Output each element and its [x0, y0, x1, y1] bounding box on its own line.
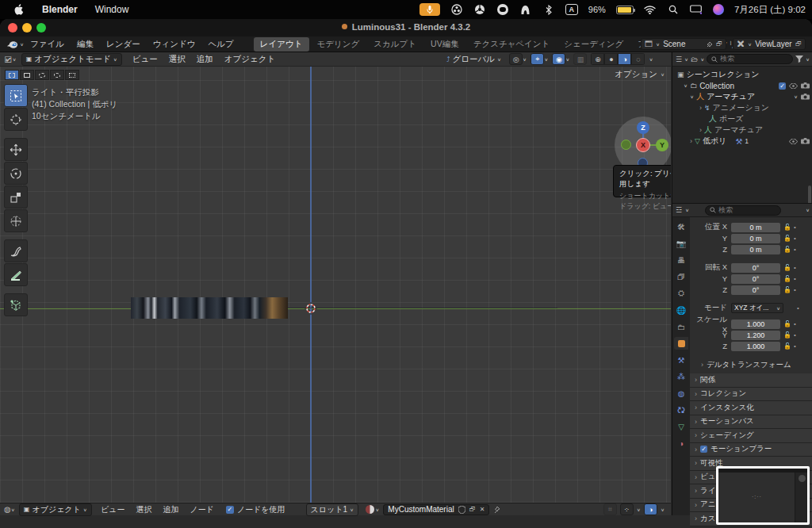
- outliner-item-collection[interactable]: ∨🗀 Collection ✓: [672, 80, 812, 91]
- add-primitive-tool[interactable]: [4, 293, 28, 316]
- tab-world[interactable]: 🌐: [674, 304, 688, 316]
- annotate-tool[interactable]: [4, 239, 28, 262]
- unlink-material-icon[interactable]: ✕: [480, 506, 485, 513]
- camera-icon[interactable]: [801, 94, 810, 100]
- obs-status-icon[interactable]: [450, 3, 463, 16]
- animate-dot[interactable]: •: [794, 224, 796, 231]
- tab-scene[interactable]: ⛭: [674, 287, 688, 300]
- rotation-x-field[interactable]: 0°: [731, 263, 780, 274]
- shader-snap-toggle[interactable]: ⌗: [603, 503, 617, 515]
- shading-solid-button[interactable]: ●: [604, 53, 618, 65]
- select-mode-box[interactable]: [20, 70, 34, 80]
- menu-edit[interactable]: 編集: [71, 39, 100, 50]
- shader-menu-add[interactable]: 追加: [157, 504, 184, 515]
- scale-z-field[interactable]: 1.000: [731, 342, 780, 352]
- workspace-tab-sculpt[interactable]: スカルプト: [367, 37, 423, 52]
- viewport-menu-view[interactable]: ビュー: [127, 54, 163, 65]
- shader-snap-type-icon[interactable]: ⁘: [620, 503, 634, 515]
- tab-tool[interactable]: 🛠: [674, 220, 688, 233]
- unpin-icon[interactable]: [707, 41, 713, 48]
- workspace-tab-texpaint[interactable]: テクスチャペイント: [467, 37, 557, 52]
- shader-overlay-toggle[interactable]: ◑: [644, 503, 657, 515]
- animate-dot[interactable]: •: [794, 286, 796, 293]
- animate-dot[interactable]: •: [794, 275, 796, 282]
- eye-icon[interactable]: [789, 139, 798, 144]
- tab-render[interactable]: 📷: [674, 237, 688, 250]
- new-scene-icon[interactable]: 🗗: [716, 40, 722, 48]
- scale-tool[interactable]: [4, 186, 28, 209]
- shading-rendered-button[interactable]: ◌: [631, 53, 645, 65]
- lowpoly-mesh-object[interactable]: [131, 297, 288, 319]
- move-tool[interactable]: [4, 138, 28, 161]
- cursor-tool[interactable]: [4, 108, 28, 131]
- menubar-clock[interactable]: 7月26日 (土) 9:02: [734, 4, 806, 16]
- new-material-icon[interactable]: 🗗: [469, 506, 476, 513]
- tab-object[interactable]: [674, 337, 688, 350]
- viewport-menu-select[interactable]: 選択: [163, 54, 191, 65]
- transform-orientation-selector[interactable]: ⤴グローバル∨: [442, 53, 505, 66]
- viewport-options-button[interactable]: オプション∨: [615, 69, 665, 80]
- location-y-field[interactable]: 0 m: [731, 234, 780, 244]
- location-x-field[interactable]: 0 m: [731, 223, 780, 233]
- spotlight-search-icon[interactable]: [667, 3, 680, 16]
- lock-icon[interactable]: 🔓: [783, 275, 791, 282]
- gizmo-z-axis[interactable]: Z: [637, 121, 649, 134]
- shading-material-button[interactable]: ◑: [618, 53, 631, 65]
- viewlayer-selector[interactable]: 🗙∨ ViewLayer 🗗: [733, 38, 806, 50]
- outliner-item-animation[interactable]: ›↯ アニメーション: [672, 102, 812, 113]
- lock-icon[interactable]: 🔓: [783, 264, 791, 271]
- shader-menu-node[interactable]: ノード: [184, 504, 219, 515]
- camera-icon[interactable]: [801, 82, 810, 89]
- input-source-indicator[interactable]: A: [565, 4, 578, 15]
- viewport-menu-add[interactable]: 追加: [191, 54, 219, 65]
- animate-dot[interactable]: •: [794, 235, 796, 242]
- lock-icon[interactable]: 🔓: [783, 235, 791, 242]
- screen-share-pip-preview[interactable]: ·:··: [716, 466, 810, 525]
- outliner-item-armature-data[interactable]: ›人 アーマチュア: [672, 124, 812, 136]
- workspace-tab-shading[interactable]: シェーディング: [557, 37, 630, 52]
- shader-editor-type-icon[interactable]: ◍: [4, 505, 11, 514]
- tab-modifiers[interactable]: ⚒: [674, 354, 688, 366]
- claw-status-icon[interactable]: [519, 3, 532, 16]
- eye-icon[interactable]: [789, 83, 798, 89]
- material-slot-selector[interactable]: スロット1∨: [306, 503, 359, 516]
- lock-icon[interactable]: 🔓: [783, 224, 791, 231]
- outliner-editor-icon[interactable]: ☰: [676, 55, 682, 63]
- select-mode-paint[interactable]: [65, 70, 79, 80]
- tab-constraints[interactable]: 🗘: [674, 404, 688, 416]
- section-collections[interactable]: ›コレクション: [690, 388, 812, 402]
- expand-icon[interactable]: ∨: [794, 94, 798, 99]
- tab-object-data[interactable]: ▽: [674, 420, 688, 433]
- properties-editor-icon[interactable]: ☲: [676, 206, 682, 214]
- wifi-icon[interactable]: [644, 3, 657, 16]
- window-titlebar[interactable]: Luminous31 - Blender 4.3.2: [0, 19, 812, 36]
- select-mode-tweak[interactable]: [5, 70, 19, 80]
- outliner-item-armature-object[interactable]: ∨人 アーマチュア ∨: [672, 91, 812, 102]
- animate-dot[interactable]: •: [794, 264, 796, 271]
- outliner-search-input[interactable]: 検索: [707, 54, 793, 64]
- proportional-edit-toggle[interactable]: ◉∨: [552, 53, 569, 65]
- collection-checkbox[interactable]: ✓: [779, 82, 786, 90]
- select-mode-lasso[interactable]: [50, 70, 64, 80]
- menu-help[interactable]: ヘルプ: [202, 39, 240, 50]
- workspace-tab-modeling[interactable]: モデリング: [311, 37, 366, 52]
- tab-collection[interactable]: 🗀: [674, 320, 688, 333]
- section-shading[interactable]: ›シェーディング: [690, 429, 812, 443]
- viewport-3d[interactable]: ライト・平行投影 (41) Collection | 低ポリ 10センチメートル…: [0, 67, 671, 503]
- display-status-icon[interactable]: [690, 3, 703, 16]
- outliner-item-lowpoly[interactable]: ›▽ 低ポリ ⚒ 1: [672, 136, 812, 147]
- outliner-item-pose[interactable]: 人 ポーズ: [672, 113, 812, 124]
- menubar-app-menu[interactable]: Blender: [42, 4, 78, 15]
- location-z-field[interactable]: 0 m: [731, 245, 780, 255]
- animate-dot[interactable]: •: [794, 320, 796, 327]
- tab-viewlayer[interactable]: 🗇: [674, 270, 688, 283]
- tab-output[interactable]: 🖶: [674, 254, 688, 266]
- pin-icon[interactable]: [494, 505, 501, 514]
- rotation-z-field[interactable]: 0°: [731, 285, 780, 296]
- animate-dot[interactable]: •: [794, 342, 796, 350]
- select-box-tool[interactable]: [4, 84, 28, 107]
- shading-wireframe-button[interactable]: ⊕: [591, 53, 604, 65]
- workspace-tab-layout[interactable]: レイアウト: [254, 37, 309, 52]
- shader-type-selector[interactable]: ▣ オブジェクト∨: [19, 503, 92, 516]
- shader-menu-select[interactable]: 選択: [130, 504, 157, 515]
